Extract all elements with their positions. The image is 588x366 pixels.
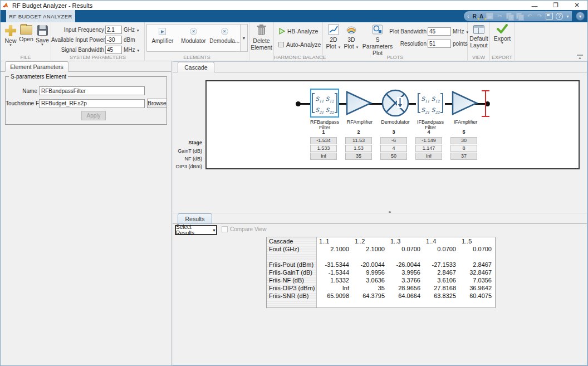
chevron-down-icon: ▼ — [136, 49, 140, 52]
undo-icon[interactable]: ↶ — [526, 13, 533, 19]
maximize-button[interactable]: ❐ — [545, 1, 566, 10]
value-cell: 2.1000 — [352, 245, 388, 253]
3d-plot-button[interactable]: 3D Plot ▼ — [343, 24, 360, 50]
cut-icon[interactable]: ✂ — [496, 13, 503, 19]
save-icon[interactable] — [486, 13, 493, 19]
toolstrip-options-button[interactable]: ▼ — [576, 12, 585, 21]
stage-nf-cell[interactable]: 1.147 — [415, 145, 442, 152]
tab-cascade[interactable]: Cascade — [178, 62, 214, 72]
plot-bandwidth-unit-dropdown[interactable]: MHz ▼ — [453, 28, 469, 35]
available-input-power-field[interactable] — [105, 36, 122, 44]
redo-icon[interactable]: ↷ — [536, 13, 543, 19]
modulator-gallery-item[interactable]: Modulator — [178, 25, 209, 51]
stage-oip3-cell[interactable]: 35 — [345, 153, 372, 160]
open-button[interactable]: Open — [18, 24, 35, 42]
element-label: RFAmplifier — [340, 119, 380, 129]
stage-oip3-cell[interactable]: 37 — [450, 153, 477, 160]
minimize-button[interactable]: — — [524, 1, 545, 10]
stage-gaint-cell[interactable]: 30 — [450, 137, 477, 144]
element-demodulator[interactable] — [381, 89, 410, 120]
value-cell — [388, 300, 424, 308]
chevron-down-icon[interactable]: ▼ — [2, 44, 19, 47]
resolution-field[interactable] — [428, 40, 451, 48]
tab-rf-budget-analyzer[interactable]: RF BUDGET ANALYZER — [6, 10, 75, 22]
auto-analyze-checkbox[interactable]: Auto-Analyze — [278, 41, 321, 48]
value-cell: 9.9956 — [352, 269, 388, 276]
browse-button[interactable]: Browse — [147, 99, 167, 108]
select-results-button[interactable]: Select Results▼ — [175, 225, 217, 235]
hb-analyze-button[interactable]: HB-Analyze — [278, 28, 318, 35]
results-section: Results Select Results▼ Compare View Cas… — [173, 213, 587, 365]
close-button[interactable]: ✕ — [566, 1, 587, 10]
new-button[interactable]: New ▼ — [2, 24, 19, 47]
cascade-tab-row: Cascade — [173, 62, 587, 72]
checkbox-icon — [222, 226, 228, 232]
qat-dropdown-icon[interactable]: ▼ — [566, 14, 570, 18]
stage-oip3-cell[interactable]: Inf — [415, 153, 442, 160]
plot-bandwidth-field[interactable] — [428, 27, 451, 36]
results-tab-row: Results — [173, 213, 587, 224]
stage-column: 5 30 8 37 — [450, 129, 477, 160]
apply-button[interactable]: Apply — [81, 111, 106, 120]
ribbon-section-export: Export ▼ EXPORT — [490, 22, 514, 61]
copy-icon[interactable] — [506, 13, 513, 19]
table-row — [267, 300, 495, 308]
signal-bandwidth-field[interactable] — [105, 46, 122, 54]
signal-bandwidth-unit-dropdown[interactable]: MHz ▼ — [124, 47, 140, 53]
tab-results[interactable]: Results — [178, 213, 212, 224]
stage-nf-cell[interactable]: 4 — [380, 145, 407, 152]
demodulator-gallery-item[interactable]: Demodula... — [209, 25, 240, 51]
2d-plot-button[interactable]: 2D Plot ▼ — [325, 24, 342, 50]
amplifier-icon — [159, 28, 166, 35]
stage-oip3-cell[interactable]: Inf — [310, 153, 337, 160]
stage-gaint-cell[interactable]: -6 — [380, 137, 407, 144]
touchstone-file-field[interactable] — [39, 99, 145, 108]
plot-bandwidth-label: Plot Bandwidth — [359, 28, 427, 35]
element-ifamplifier[interactable] — [452, 91, 478, 118]
toolstrip-tab-bar: RF BUDGET ANALYZER ‹ R★ A★ ✂ ↶ ↷ ? ▼ ▼ — [1, 10, 587, 22]
gallery-expand-button[interactable]: ▼ — [240, 25, 247, 51]
compare-view-checkbox[interactable]: Compare View — [222, 226, 266, 232]
row-label — [267, 300, 317, 308]
element-parameters-panel: Element Parameters S-parameters Element … — [1, 61, 171, 365]
amplifier-gallery-item[interactable]: Amplifier — [147, 25, 178, 51]
stage-gaint-cell[interactable]: 11.53 — [345, 137, 372, 144]
input-frequency-field[interactable] — [105, 26, 122, 34]
available-input-power-unit: dBm — [124, 37, 135, 43]
delete-element-button[interactable]: DeleteElement — [249, 25, 273, 51]
qat-a-shortcut[interactable]: A★ — [479, 13, 483, 19]
stage-nf-cell[interactable]: 1.53 — [345, 145, 372, 152]
qat-collapse-icon[interactable]: ‹ — [467, 13, 469, 19]
help-icon[interactable]: ? — [556, 13, 563, 20]
checkmark-icon — [497, 24, 508, 34]
stage-nf-cell[interactable]: 8 — [450, 145, 477, 152]
tab-element-parameters[interactable]: Element Parameters — [5, 61, 68, 72]
paste-icon[interactable] — [516, 13, 523, 19]
default-layout-button[interactable]: Default Layout — [469, 24, 488, 48]
name-field[interactable] — [39, 86, 145, 95]
value-cell: -1.5344 — [317, 269, 352, 276]
save-button[interactable]: Save ▼ — [34, 24, 51, 46]
stage-nf-cell[interactable]: 1.533 — [310, 145, 337, 152]
stage-column: 2 11.53 1.53 35 — [345, 129, 372, 160]
stage-gaint-cell[interactable]: -1.534 — [310, 137, 337, 144]
element-ifbandpassfilter[interactable]: S11 S12S21 S22 — [416, 89, 445, 118]
element-rfbandpassfilter[interactable]: S11 S12S21 S22 — [310, 89, 339, 118]
chevron-down-icon[interactable]: ▼ — [34, 43, 51, 46]
chevron-down-icon[interactable]: ▼ — [338, 46, 341, 49]
collapse-ribbon-button[interactable]: ▲ — [577, 55, 583, 59]
stage-column: 3 -6 4 50 — [380, 129, 407, 160]
section-label-system-parameters: SYSTEM PARAMETERS — [51, 55, 144, 60]
qat-r-shortcut[interactable]: R★ — [473, 13, 477, 19]
stage-oip3-cell[interactable]: 50 — [380, 153, 407, 160]
value-cell: 3.0636 — [352, 276, 388, 284]
input-frequency-unit-dropdown[interactable]: GHz ▼ — [124, 27, 140, 33]
window-layout-icon[interactable] — [546, 13, 553, 19]
chevron-down-icon[interactable]: ▼ — [493, 42, 512, 45]
element-rfamplifier[interactable] — [346, 91, 373, 118]
save-icon — [37, 25, 48, 36]
stage-gaint-cell[interactable]: -1.149 — [415, 137, 442, 144]
export-button[interactable]: Export ▼ — [493, 24, 512, 45]
section-label-export: EXPORT — [490, 55, 514, 60]
output-probe-marker[interactable] — [481, 90, 490, 117]
